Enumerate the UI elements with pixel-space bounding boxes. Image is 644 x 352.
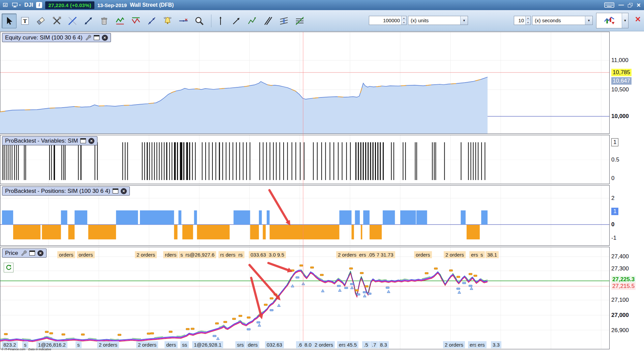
- zigzag-tool[interactable]: [245, 13, 260, 28]
- order-label: 2 orders: [336, 251, 358, 258]
- positions-panel-tab[interactable]: ProBacktest - Positions: SIM (100 30 6 4…: [2, 186, 130, 196]
- order-label: ers: [469, 251, 480, 258]
- info-icon[interactable]: i: [36, 2, 42, 8]
- parallel-lines-tool[interactable]: [261, 13, 275, 28]
- tool-button-row: T: [2, 13, 307, 28]
- maximize-panel-icon[interactable]: [80, 138, 86, 143]
- horizontal-line-tool[interactable]: [176, 13, 191, 28]
- trash-tool[interactable]: [97, 13, 112, 28]
- channel-tool[interactable]: [276, 13, 291, 28]
- wrench-settings-icon[interactable]: [21, 250, 27, 256]
- equity-axis-label: 11,000: [611, 57, 628, 64]
- copyright-label: © IT-Finance.com: [1, 348, 25, 351]
- price-change-badge: 27,220.4 (+0.03%): [45, 1, 94, 9]
- spin-up-icon[interactable]: ▲: [402, 16, 406, 21]
- order-label: 2 orders: [97, 341, 119, 348]
- close-panel-icon[interactable]: ×: [37, 250, 43, 256]
- units-unit-dropdown[interactable]: (x) units ▼: [408, 16, 468, 25]
- order-label: 2 orders: [444, 251, 466, 258]
- bearish-pattern-tool[interactable]: [128, 13, 143, 28]
- wrench-settings-icon[interactable]: [85, 34, 91, 41]
- units-spinner[interactable]: ▲▼: [401, 16, 406, 25]
- order-label: 2 orders: [313, 341, 335, 348]
- price-axis-label: 27,225.3: [611, 276, 636, 283]
- order-label: orders: [77, 251, 95, 258]
- period-unit-label: (x) seconds: [532, 16, 585, 25]
- restore-button[interactable]: [628, 3, 633, 7]
- chevron-down-icon[interactable]: ▼: [19, 4, 21, 7]
- order-label: 3.0 9.5: [267, 251, 286, 258]
- variables-axis-label: 1: [611, 138, 618, 146]
- alert-tool[interactable]: [160, 13, 175, 28]
- window-titlebar: ▼ DJI i 27,220.4 (+0.03%) 13-Sep-2019 Wa…: [0, 0, 644, 10]
- close-chart-button[interactable]: ×: [633, 14, 643, 25]
- period-spinner[interactable]: ▲▼: [525, 16, 530, 25]
- arrow-tool[interactable]: [229, 13, 244, 28]
- equity-axis-label: 10,647: [611, 77, 632, 85]
- dropdown-arrow-icon[interactable]: ▼: [585, 16, 592, 25]
- order-label: .7: [370, 341, 378, 348]
- text-tool[interactable]: T: [18, 13, 32, 28]
- units-input[interactable]: 100000 ▲▼: [369, 16, 407, 25]
- drawing-tools[interactable]: [49, 13, 64, 28]
- period-value[interactable]: 10: [514, 16, 525, 25]
- refresh-chart-button[interactable]: [4, 263, 13, 272]
- spin-down-icon[interactable]: ▼: [526, 21, 530, 25]
- period-input[interactable]: 10 ▲▼: [514, 16, 531, 25]
- dropdown-arrow-icon[interactable]: ▼: [622, 13, 628, 28]
- drawing-toolbar: T 100000 ▲▼ (x) units ▼ 10 ▲▼ (x) second…: [0, 10, 644, 31]
- price-axis-label: 26,900: [611, 327, 629, 334]
- prorealtime-window: ▼ DJI i 27,220.4 (+0.03%) 13-Sep-2019 Wa…: [0, 0, 644, 352]
- segment-tool[interactable]: [144, 13, 159, 28]
- equity-axis-label: 10,000: [611, 113, 629, 120]
- order-label: ders: [246, 341, 259, 348]
- vertical-line-tool[interactable]: [213, 13, 228, 28]
- maximize-panel-icon[interactable]: [94, 35, 99, 40]
- equity-curve-panel[interactable]: [0, 32, 610, 134]
- order-label: rders: [163, 251, 178, 258]
- eraser-tool[interactable]: [33, 13, 48, 28]
- zoom-tool[interactable]: [192, 13, 207, 28]
- maximize-panel-icon[interactable]: [29, 251, 35, 256]
- order-label: s: [76, 341, 82, 348]
- spin-down-icon[interactable]: ▼: [402, 21, 406, 25]
- dropdown-arrow-icon[interactable]: ▼: [460, 16, 468, 25]
- chart-style-button[interactable]: ▼: [596, 13, 628, 28]
- fibonacci-tool[interactable]: [292, 13, 307, 28]
- app-icon[interactable]: [3, 2, 9, 8]
- period-unit-dropdown[interactable]: (x) seconds ▼: [532, 16, 593, 25]
- close-panel-icon[interactable]: ×: [121, 188, 127, 194]
- order-label: 3.3: [491, 341, 501, 348]
- spin-up-icon[interactable]: ▲: [526, 16, 530, 21]
- order-label: 45.5: [345, 341, 358, 348]
- extended-line-tool[interactable]: [81, 13, 96, 28]
- units-value[interactable]: 100000: [369, 16, 401, 25]
- order-label: 032.63: [265, 341, 284, 348]
- close-panel-icon[interactable]: ×: [102, 35, 108, 41]
- units-unit-label: (x) units: [408, 16, 460, 25]
- close-window-button[interactable]: ×: [637, 2, 641, 8]
- price-panel[interactable]: [0, 247, 610, 349]
- keyboard-icon[interactable]: [604, 2, 614, 8]
- equity-panel-tab[interactable]: Equity curve: SIM (100 30 6 4) ×: [2, 33, 111, 42]
- price-panel-tab[interactable]: Price ×: [2, 248, 47, 258]
- equity-axis-label: 10,500: [611, 86, 629, 93]
- order-label: orders: [57, 251, 75, 258]
- maximize-panel-icon[interactable]: [113, 188, 118, 194]
- variables-panel-tab[interactable]: ProBacktest - Variables: SIM ×: [2, 136, 97, 145]
- pointer-tool[interactable]: [2, 13, 17, 28]
- price-axis-label: 27,215.5: [611, 283, 636, 290]
- order-label: s: [22, 341, 28, 348]
- instrument-symbol: DJI: [24, 2, 33, 8]
- order-label: orders: [414, 251, 432, 258]
- close-panel-icon[interactable]: ×: [88, 138, 94, 144]
- workspace-selector-icon[interactable]: ▼: [12, 2, 21, 8]
- price-panel-title: Price: [5, 250, 18, 257]
- date-label: 13-Sep-2019: [97, 2, 127, 8]
- positions-axis-label: 1: [611, 208, 618, 215]
- trendline-tool[interactable]: [65, 13, 80, 28]
- bullish-pattern-tool[interactable]: [113, 13, 127, 28]
- order-label: 1@26,928.1: [192, 341, 223, 348]
- order-label: s: [479, 251, 485, 258]
- minimize-button[interactable]: —: [618, 2, 624, 8]
